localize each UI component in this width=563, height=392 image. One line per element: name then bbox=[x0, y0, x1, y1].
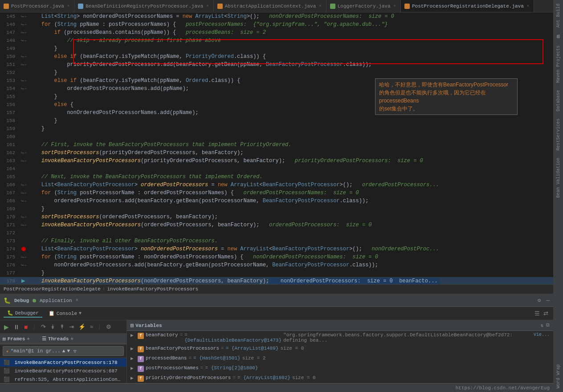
line-num: 159 bbox=[0, 126, 19, 131]
btn-run-to-cursor[interactable]: ⇥ bbox=[68, 323, 75, 331]
btn-pause[interactable]: ⏸ bbox=[12, 323, 21, 331]
panel-database[interactable]: Database bbox=[555, 86, 562, 115]
frames-add[interactable]: + bbox=[27, 336, 30, 342]
code-line-173: 173 // Finally, invoke all other BeanFac… bbox=[0, 237, 553, 245]
line-num: 151 bbox=[0, 62, 19, 67]
line-gutter: ↪→ bbox=[19, 86, 29, 91]
line-content: // First, invoke the BeanFactoryPostProc… bbox=[29, 141, 553, 149]
line-content: for (String postProcessorName : orderedP… bbox=[29, 189, 553, 197]
line-content: else if (beanFactory.isTypeMatch(ppName,… bbox=[29, 53, 553, 61]
line-gutter: ↪→ bbox=[19, 150, 29, 155]
debug-btn-restore[interactable]: ⇄ bbox=[542, 309, 550, 318]
debug-btn-settings[interactable]: ☰ bbox=[533, 309, 541, 318]
line-num: 160 bbox=[0, 134, 19, 139]
sep2: | bbox=[98, 324, 101, 330]
var-item-bfpp[interactable]: ▶ f beanFactoryPostProcessors = = {Array… bbox=[127, 344, 553, 354]
panel-maven[interactable]: Maven Projects bbox=[555, 42, 562, 86]
btn-settings2[interactable]: ⚙ bbox=[105, 323, 113, 331]
tab-close[interactable]: × bbox=[205, 4, 209, 9]
breakpoint-174[interactable] bbox=[21, 247, 26, 251]
sep: | bbox=[33, 334, 39, 344]
code-line-174: 174 List<BeanFactoryPostProcessor> nonOr… bbox=[0, 245, 553, 253]
panel-rest[interactable]: RestServices bbox=[555, 115, 562, 154]
var-expander[interactable]: ▶ bbox=[131, 375, 138, 381]
panel-word[interactable]: Word Wrap bbox=[555, 361, 562, 392]
btn-step-over[interactable]: ↷ bbox=[40, 323, 47, 331]
btn-trace[interactable]: ≈ bbox=[89, 323, 94, 331]
btn-step-into[interactable]: ↡ bbox=[49, 323, 57, 331]
line-gutter: ↪→ bbox=[19, 14, 29, 19]
btn-stop[interactable]: ■ bbox=[23, 323, 29, 331]
var-eq: = bbox=[221, 346, 224, 351]
breadcrumb-part2[interactable]: invokeBeanFactoryPostProcessors bbox=[107, 286, 198, 292]
debug-app-label[interactable]: Application bbox=[40, 298, 72, 303]
fold-arrow: ↪→ bbox=[21, 30, 26, 35]
panel-bean[interactable]: Bean Validation bbox=[555, 154, 562, 201]
variables-title: Variables bbox=[135, 323, 162, 328]
line-num: 156 bbox=[0, 102, 19, 107]
debug-app-close[interactable]: × bbox=[76, 298, 78, 303]
thread-down-arrow[interactable]: ▼ bbox=[67, 348, 70, 354]
line-content: invokeBeanFactoryPostProcessors(priority… bbox=[29, 157, 553, 165]
btn-resume[interactable]: ▶ bbox=[3, 323, 10, 331]
tab-beandefinition[interactable]: BeanDefinitionRegistryPostProcessor.java… bbox=[74, 0, 213, 12]
var-expander[interactable]: ▶ bbox=[131, 332, 138, 338]
thread-star: ✦ bbox=[6, 348, 9, 354]
var-expander[interactable]: ▶ bbox=[131, 365, 138, 371]
btn-evaluate[interactable]: ⚡ bbox=[77, 323, 87, 331]
frames-panel: ▶ ⏸ ■ | ↷ ↡ ↟ ⇥ ⚡ ≈ | ⚙ ▤ F bbox=[0, 320, 127, 383]
thread-name: *main*@1 in gr... bbox=[11, 348, 61, 354]
var-view[interactable]: Vie... bbox=[534, 332, 550, 337]
tab-close[interactable]: × bbox=[318, 4, 322, 9]
debug-minimize[interactable]: — bbox=[546, 297, 550, 304]
var-eq: = bbox=[233, 375, 236, 380]
debug-toolbar: 🐛 Debugger 📋 Console ▼ ☰ ⇄ bbox=[0, 307, 553, 320]
tab-postprocessorreg[interactable]: PostProcessorRegistrationDelegate.java × bbox=[401, 0, 534, 12]
tab-abstractapp[interactable]: AbstractApplicationContext.java × bbox=[214, 0, 326, 12]
var-item-beanfactory[interactable]: ▶ f beanFactory = = {DefaultListableBean… bbox=[127, 331, 553, 344]
var-action-copy[interactable]: ⧉ bbox=[546, 323, 550, 328]
threads-add[interactable]: + bbox=[70, 336, 73, 342]
var-item-processedbeans[interactable]: ▶ f processedBeans = = {HashSet@1501} si… bbox=[127, 354, 553, 364]
tab-console[interactable]: 📋 Console ▼ bbox=[45, 310, 85, 317]
frame-item-2[interactable]: ⬛ refresh:525, AbstractApplicationContex bbox=[0, 375, 126, 383]
frame-item-1[interactable]: ⬛ invokeBeanFactoryPostProcessors:687 bbox=[0, 367, 126, 375]
code-line-170: 170 ↪→ sortPostProcessors(orderedPostPro… bbox=[0, 213, 553, 221]
var-expander[interactable]: ▶ bbox=[131, 346, 138, 351]
var-item-popp[interactable]: ▶ f priorityOrderedPostProcessors = = {A… bbox=[127, 374, 553, 383]
thread-up-arrow[interactable]: ▲ bbox=[62, 348, 65, 354]
thread-filter[interactable]: ▽ bbox=[73, 348, 77, 354]
tab-postprocessor[interactable]: PostProcessor.java × bbox=[0, 0, 74, 12]
breadcrumb-part1[interactable]: PostProcessorRegistrationDelegate bbox=[4, 286, 101, 292]
frame-label: invokeBeanFactoryPostProcessors:687 bbox=[15, 368, 118, 374]
debug-icon: 🐛 bbox=[4, 297, 11, 304]
fold-arrow: ↪→ bbox=[21, 254, 26, 260]
frames-list: ⬛ invokeBeanFactoryPostProcessors:178 ⬛ … bbox=[0, 358, 126, 383]
line-gutter bbox=[19, 247, 29, 251]
tab-close[interactable]: × bbox=[66, 4, 70, 9]
tab-debugger[interactable]: 🐛 Debugger bbox=[4, 309, 42, 318]
line-num: 148 bbox=[0, 38, 19, 43]
code-line-164: 164 bbox=[0, 165, 553, 173]
debug-gear[interactable]: ⚙ bbox=[538, 297, 541, 304]
tab-close[interactable]: × bbox=[393, 4, 397, 9]
var-name: postProcessorNames bbox=[146, 365, 199, 371]
line-num: 157 bbox=[0, 110, 19, 115]
variables-panel: ▤ Variables ⇅ ⧉ ▶ f beanFactory = = {Def… bbox=[127, 320, 553, 383]
annotation-line1: 哈哈，不好意思，即使含有BeanFactoryPostProcessor bbox=[379, 81, 514, 89]
tab-loggerfactory[interactable]: LoggerFactory.java × bbox=[326, 0, 401, 12]
thread-dropdown[interactable]: ✦ *main*@1 in gr... ▲ ▼ ▽ bbox=[3, 346, 124, 356]
panel-ant-build[interactable]: Ant Build bbox=[555, 0, 562, 31]
status-bar: https://blog.csdn.net/avengerEug bbox=[0, 383, 553, 392]
debug-content: ▶ ⏸ ■ | ↷ ↡ ↟ ⇥ ⚡ ≈ | ⚙ ▤ F bbox=[0, 320, 553, 383]
frame-item-0[interactable]: ⬛ invokeBeanFactoryPostProcessors:178 bbox=[0, 358, 126, 367]
var-action-sort[interactable]: ⇅ bbox=[540, 323, 543, 328]
panel-m[interactable]: m bbox=[554, 31, 563, 42]
fold-arrow: ↪→ bbox=[21, 214, 26, 220]
btn-step-out[interactable]: ↟ bbox=[58, 323, 66, 331]
var-item-ppnames[interactable]: ▶ f postProcessorNames = = {String[2]@18… bbox=[127, 364, 553, 374]
var-detail: size = 0 bbox=[292, 375, 316, 380]
tab-close[interactable]: × bbox=[526, 4, 530, 9]
var-expander[interactable]: ▶ bbox=[131, 355, 138, 361]
line-num: 174 bbox=[0, 246, 19, 252]
